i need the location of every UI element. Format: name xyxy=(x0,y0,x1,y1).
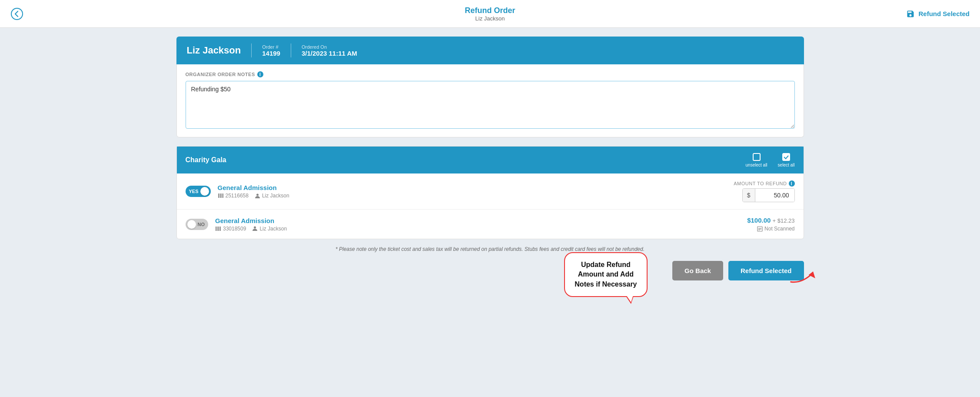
svg-marker-16 xyxy=(808,270,817,278)
svg-rect-5 xyxy=(220,193,221,198)
ticket-row-1: YES General Admission xyxy=(177,173,804,210)
order-number-label: Order # xyxy=(262,44,280,50)
ticket-2-barcode: 33018509 xyxy=(215,226,246,232)
refund-selected-top-button[interactable]: Refund Selected xyxy=(906,10,970,18)
ticket-1-name: General Admission xyxy=(218,184,289,191)
ticket-1-barcode: 25116658 xyxy=(218,193,249,199)
toggle-knob-2 xyxy=(187,220,196,229)
page-subtitle: Liz Jackson xyxy=(465,15,515,22)
ticket-2-left: NO General Admission xyxy=(186,217,287,232)
main-content: Liz Jackson Order # 14199 Ordered On 3/1… xyxy=(164,28,816,298)
svg-rect-1 xyxy=(753,153,760,160)
order-number-value: 14199 xyxy=(262,50,280,57)
unselect-all-button[interactable]: unselect all xyxy=(746,153,767,167)
ticket-2-toggle[interactable]: NO xyxy=(186,219,209,230)
ordered-on-value: 3/1/2023 11:11 AM xyxy=(302,50,357,57)
event-actions: unselect all select all xyxy=(746,153,795,167)
top-header: Refund Order Liz Jackson Refund Selected xyxy=(0,0,980,28)
disclaimer-text: * Please note only the ticket cost and s… xyxy=(176,246,804,252)
svg-point-8 xyxy=(256,193,259,196)
ordered-on-label: Ordered On xyxy=(302,44,357,50)
select-all-button[interactable]: select all xyxy=(778,153,795,167)
barcode-icon xyxy=(218,193,224,199)
order-header-card: Liz Jackson Order # 14199 Ordered On 3/1… xyxy=(176,37,804,64)
notes-section: ORGANIZER ORDER NOTES i Refunding $50 xyxy=(176,64,804,137)
notes-info-icon[interactable]: i xyxy=(257,71,263,77)
ticket-1-attendee: Liz Jackson xyxy=(255,193,289,199)
select-all-icon xyxy=(782,153,791,161)
svg-rect-13 xyxy=(220,227,221,231)
ticket-1-left: YES General Admission xyxy=(186,184,289,199)
refund-btn-wrapper: Refund Selected xyxy=(728,261,804,280)
go-back-button[interactable]: Go Back xyxy=(672,261,723,280)
speech-bubble: Update Refund Amount and Add Notes if Ne… xyxy=(564,252,647,297)
order-date-meta: Ordered On 3/1/2023 11:11 AM xyxy=(302,44,357,57)
svg-rect-9 xyxy=(216,227,216,231)
not-scanned-status: Not Scanned xyxy=(757,226,794,232)
ticket-2-right: $100.00 + $12.23 Not Scanned xyxy=(747,217,794,232)
currency-symbol: $ xyxy=(743,189,755,202)
ticket-2-info: General Admission 33018509 xyxy=(215,217,287,232)
ticket-2-price: $100.00 + $12.23 xyxy=(747,217,794,224)
ticket-2-name: General Admission xyxy=(215,217,287,224)
barcode-icon-2 xyxy=(215,226,221,232)
ticket-2-meta: 33018509 Liz Jackson xyxy=(215,226,287,232)
order-customer-name: Liz Jackson xyxy=(187,45,241,56)
person-icon-2 xyxy=(252,226,258,231)
order-divider-2 xyxy=(291,43,291,57)
notes-textarea[interactable]: Refunding $50 xyxy=(186,81,795,129)
page-title: Refund Order xyxy=(465,6,515,15)
header-center: Refund Order Liz Jackson xyxy=(465,6,515,22)
ticket-row-2: NO General Admission xyxy=(177,210,804,239)
refund-amount-label: AMOUNT TO REFUND i xyxy=(734,180,794,187)
tooltip-wrapper: Update Refund Amount and Add Notes if Ne… xyxy=(564,252,647,297)
order-number-meta: Order # 14199 xyxy=(262,44,280,57)
back-button[interactable] xyxy=(10,7,23,20)
event-header: Charity Gala unselect all select all xyxy=(177,147,804,173)
svg-rect-2 xyxy=(783,153,790,160)
ticket-1-info: General Admission 25116658 xyxy=(218,184,289,199)
ticket-1-toggle[interactable]: YES xyxy=(186,186,211,197)
svg-point-14 xyxy=(254,227,256,229)
ticket-1-refund-section: AMOUNT TO REFUND i $ xyxy=(734,180,794,202)
toggle-knob xyxy=(200,187,209,196)
notes-label: ORGANIZER ORDER NOTES i xyxy=(186,71,795,77)
ticket-2-attendee: Liz Jackson xyxy=(252,226,287,232)
svg-rect-10 xyxy=(217,227,217,231)
svg-point-0 xyxy=(11,8,23,20)
person-icon xyxy=(255,193,260,199)
bottom-actions: Update Refund Amount and Add Notes if Ne… xyxy=(176,261,804,280)
refund-amount-input-wrap: $ xyxy=(742,188,795,202)
svg-rect-12 xyxy=(219,227,219,231)
order-divider xyxy=(251,43,252,57)
svg-rect-7 xyxy=(223,193,223,198)
scan-icon xyxy=(757,226,763,232)
unselect-all-icon xyxy=(752,153,761,161)
ticket-1-meta: 25116658 Liz Jackson xyxy=(218,193,289,199)
refund-amount-input[interactable] xyxy=(755,189,794,202)
refund-info-icon[interactable]: i xyxy=(789,180,795,187)
svg-rect-6 xyxy=(222,193,222,198)
svg-rect-4 xyxy=(219,193,220,198)
event-name: Charity Gala xyxy=(186,156,226,164)
event-section: Charity Gala unselect all select all xyxy=(176,146,804,239)
svg-rect-3 xyxy=(218,193,219,198)
svg-rect-11 xyxy=(218,227,219,231)
